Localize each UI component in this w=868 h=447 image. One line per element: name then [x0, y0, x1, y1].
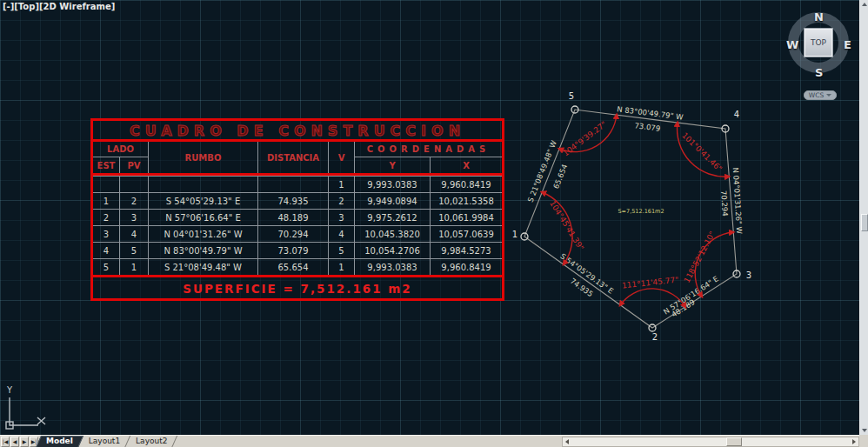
cell-x: 9,960.8419	[431, 259, 502, 275]
angle-label-v1: 104°45'41.39"	[548, 199, 585, 252]
ucs-icon	[6, 397, 45, 429]
scroll-left-icon[interactable]	[565, 439, 569, 444]
cell-distancia: 48.189	[258, 210, 329, 225]
header-rumbo: RUMBO	[149, 142, 258, 173]
tab-layout2[interactable]: Layout2	[128, 436, 175, 447]
table-row: 1 2 S 54°05'29.13" E 74.935 2 9,949.0894…	[93, 192, 502, 209]
viewcube-south[interactable]: S	[815, 66, 823, 79]
tab-layout1-label: Layout1	[89, 437, 120, 445]
angle-label-v2: 111°11'45.77"	[622, 276, 679, 290]
header-v: V	[329, 142, 355, 173]
cell-y: 9,949.0894	[355, 193, 431, 209]
cell-v: 3	[329, 210, 355, 225]
cell-x: 10,057.0639	[431, 226, 502, 242]
header-x: X	[431, 157, 502, 173]
cell-v: 1	[329, 259, 355, 275]
cell-x: 10,021.5358	[431, 193, 502, 209]
cell-est: 5	[93, 259, 120, 275]
cell-est: 2	[93, 210, 120, 225]
cell-distancia: 65.654	[258, 259, 329, 275]
tab-model-label: Model	[46, 437, 73, 445]
cell-x: 9,984.5273	[431, 243, 502, 258]
cell-v: 4	[329, 226, 355, 242]
vertex-label-4: 4	[734, 110, 739, 119]
header-lado: LADO	[93, 142, 149, 157]
cell-v: 1	[329, 177, 355, 192]
edge15-bearing: S 21°08'49.48" W	[526, 138, 558, 203]
angle-label-v4: 101°0'41.46"	[680, 130, 724, 173]
cell-y: 9,975.2612	[355, 210, 431, 225]
cell-y: 9,993.0383	[355, 177, 431, 192]
header-est: EST	[93, 157, 120, 173]
superficie-label: SUPERFICIE = 7,512.161 m2	[93, 275, 502, 298]
header-y: Y	[355, 157, 431, 173]
cell-distancia: 74.935	[258, 193, 329, 209]
cell-est	[93, 177, 120, 192]
viewcube-top-face[interactable]: TOP	[805, 29, 832, 57]
vertical-scrollbar-thumb[interactable]	[861, 214, 868, 231]
cell-y: 9,993.0383	[355, 259, 431, 275]
tab-layout2-label: Layout2	[136, 437, 167, 445]
scroll-right-icon[interactable]	[852, 439, 856, 444]
cell-est: 4	[93, 243, 120, 258]
layout-tab-bar: |◀ ◀ ▶ ▶| Model Layout1 Layout2	[0, 435, 868, 447]
ucs-y-label: Y	[6, 385, 13, 395]
table-row: 2 3 N 57°06'16.64" E 48.189 3 9,975.2612…	[93, 209, 502, 225]
horizontal-scrollbar[interactable]	[562, 437, 859, 447]
cell-pv	[120, 177, 149, 192]
viewcube-east[interactable]: E	[844, 38, 851, 51]
cell-rumbo: N 04°01'31.26" W	[149, 226, 258, 242]
tab-nav-first-button[interactable]: |◀	[1, 437, 10, 447]
cell-rumbo: N 57°06'16.64" E	[149, 210, 258, 225]
area-label: S=7,512.161m2	[618, 208, 664, 215]
cell-est: 3	[93, 226, 120, 242]
header-coordenadas: COORDENADAS	[355, 142, 502, 157]
wcs-dropdown[interactable]: WCS	[804, 90, 837, 100]
scrollbar-corner	[859, 435, 868, 447]
tab-nav-next-button[interactable]: ▶	[20, 437, 29, 447]
viewcube-west[interactable]: W	[786, 38, 798, 51]
cell-rumbo: S 54°05'29.13" E	[149, 193, 258, 209]
cell-est: 1	[93, 193, 120, 209]
horizontal-scrollbar-thumb[interactable]	[726, 437, 742, 446]
table-row: 1 9,993.0383 9,960.8419	[93, 176, 502, 192]
cell-rumbo	[149, 177, 258, 192]
scroll-down-icon[interactable]	[862, 429, 867, 432]
header-pv: PV	[120, 157, 149, 173]
cell-distancia: 73.079	[258, 243, 329, 258]
vertex-label-3: 3	[746, 270, 751, 280]
tab-layout1[interactable]: Layout1	[81, 436, 128, 447]
header-distancia: DISTANCIA	[258, 142, 329, 173]
tab-nav-prev-button[interactable]: ◀	[10, 437, 19, 447]
cell-distancia	[258, 177, 329, 192]
viewcube-north[interactable]: N	[814, 10, 824, 23]
cell-v: 2	[329, 193, 355, 209]
vertical-scrollbar[interactable]	[859, 0, 868, 435]
edge15-distance: 65.654	[551, 163, 569, 190]
cell-x: 9,960.8419	[431, 177, 502, 192]
table-row: 4 5 N 83°00'49.79" W 73.079 5 10,054.270…	[93, 242, 502, 258]
table-row: 5 1 S 21°08'49.48" W 65.654 1 9,993.0383…	[93, 258, 502, 275]
cell-pv: 2	[120, 193, 149, 209]
cell-pv: 3	[120, 210, 149, 225]
wcs-label: WCS	[809, 91, 824, 99]
construction-table: CUADRO DE CONSTRUCCION LADO EST PV RUMBO…	[90, 118, 504, 301]
autocad-window: [-][Top][2D Wireframe] 1 2 3 4 5 N 83°00…	[0, 0, 868, 447]
cell-distancia: 70.294	[258, 226, 329, 242]
cell-rumbo: S 21°08'49.48" W	[149, 259, 258, 275]
table-title: CUADRO DE CONSTRUCCION	[93, 121, 502, 142]
cell-rumbo: N 83°00'49.79" W	[149, 243, 258, 258]
scroll-up-icon[interactable]	[862, 3, 867, 6]
chevron-down-icon	[826, 94, 831, 97]
tab-model[interactable]: Model	[38, 436, 81, 447]
vertex-label-1: 1	[512, 230, 517, 239]
cell-pv: 5	[120, 243, 149, 258]
edge54-distance: 73.079	[634, 121, 661, 133]
cell-y: 10,045.3820	[355, 226, 431, 242]
cell-y: 10,054.2706	[355, 243, 431, 258]
vertex-label-5: 5	[569, 91, 574, 101]
viewcube[interactable]: N S W E TOP	[781, 5, 858, 83]
cell-v: 5	[329, 243, 355, 258]
cell-pv: 1	[120, 259, 149, 275]
vertex-label-2: 2	[652, 332, 658, 342]
